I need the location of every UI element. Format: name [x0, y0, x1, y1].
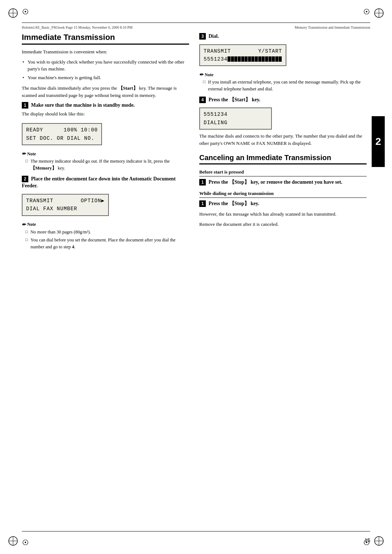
before-start-heading: Before start is pressed — [199, 168, 367, 176]
note-1-title: ✏ Note — [22, 151, 189, 157]
note-2-label: Note — [27, 222, 36, 227]
step-3-number: 3 — [199, 33, 206, 40]
page-number: 15 — [364, 537, 370, 543]
canceling-heading: Canceling an Immediate Transmission — [199, 153, 367, 164]
lcd-line-1-2: SET DOC. OR DIAL NO. — [26, 134, 98, 142]
note-3-label: Note — [205, 72, 213, 78]
body-text: The machine dials immediately after you … — [22, 85, 189, 99]
content-area: Immediate Transmission Immediate Transmi… — [22, 33, 367, 525]
note-2-items: No more than 30 pages (80g/m²). You can … — [25, 229, 189, 250]
lcd-display-1: READY 100% 10:00 SET DOC. OR DIAL NO. — [22, 123, 102, 145]
step-2-block: 2 Place the entire document face down in… — [22, 175, 189, 250]
step-2-number: 2 — [22, 176, 28, 182]
file-info: Holsten1AE_Basic_FM.book Page 15 Monday,… — [22, 25, 132, 29]
note-3-item-1: If you install an external telephone, yo… — [203, 79, 367, 93]
note-2-item-2: You can dial before you set the document… — [25, 237, 189, 250]
reg-mark-tr — [363, 8, 370, 15]
lcd-line-2-2: DIAL FAX NUMBER — [26, 205, 105, 213]
cancel-body-1: However, the fax message which has alrea… — [199, 211, 367, 218]
corner-ornament-br — [372, 534, 385, 547]
lcd-line-3-1: TRANSMIT Y/START — [204, 47, 282, 55]
right-column: 3 Dial. TRANSMIT Y/START 5551234████████… — [199, 33, 367, 254]
step-1-label: 1 Make sure that the machine is in stand… — [22, 102, 189, 109]
cancel-step-1-label: 1 Press the 【Stop】 key, or remove the do… — [199, 179, 367, 186]
chapter-number: 2 — [375, 136, 381, 147]
note-icon-3: ✏ — [199, 72, 203, 78]
step-3-label: 3 Dial. — [199, 33, 367, 40]
bottom-border — [22, 531, 370, 531]
note-1-item-1: The memory indicator should go out. If t… — [25, 158, 189, 172]
note-icon-2: ✏ — [22, 222, 26, 228]
step-3-text: Dial. — [209, 33, 219, 39]
step-1-block: 1 Make sure that the machine is in stand… — [22, 102, 189, 171]
top-border — [22, 23, 370, 23]
note-3-title: ✏ Note — [199, 72, 367, 78]
reg-mark-tl — [22, 8, 29, 15]
during-heading: While dialing or during transmission — [199, 190, 367, 198]
step-4-body: The machine dials and connects to the ot… — [199, 133, 367, 147]
cancel-step-1-block: 1 Press the 【Stop】 key, or remove the do… — [199, 179, 367, 186]
bullet-item-1: You wish to quickly check whether you ha… — [22, 58, 189, 73]
section-title: Memory Transmission and Immediate Transm… — [295, 25, 370, 29]
cancel-step-2-block: 1 Press the 【Stop】 key. — [199, 200, 367, 207]
left-column: Immediate Transmission Immediate Transmi… — [22, 33, 189, 254]
reg-mark-bl — [22, 539, 29, 546]
step-4-text: Press the 【Start】 key. — [209, 97, 261, 102]
note-icon-1: ✏ — [22, 151, 26, 157]
bullet-item-2: Your machine's memory is getting full. — [22, 74, 189, 81]
cancel-step-2-number: 1 — [199, 200, 206, 207]
step-2-label: 2 Place the entire document face down in… — [22, 175, 189, 190]
bullet-list: You wish to quickly check whether you ha… — [22, 58, 189, 81]
chapter-tab: 2 — [372, 116, 385, 167]
intro-text: Immediate Transmission is convenient whe… — [22, 48, 189, 56]
note-2-title: ✏ Note — [22, 222, 189, 228]
page-header: Holsten1AE_Basic_FM.book Page 15 Monday,… — [22, 25, 370, 30]
lcd-line-4-2: DIALING — [204, 119, 268, 127]
lcd-line-4-1: 5551234 — [204, 110, 268, 118]
cancel-step-1-number: 1 — [199, 179, 206, 186]
lcd-line-1-1: READY 100% 10:00 — [26, 126, 98, 134]
cancel-body-2: Remove the document after it is canceled… — [199, 221, 367, 228]
step-4-number: 4 — [199, 97, 206, 103]
note-2: ✏ Note No more than 30 pages (80g/m²). Y… — [22, 222, 189, 250]
step-1-number: 1 — [22, 102, 28, 109]
page: Holsten1AE_Basic_FM.book Page 15 Monday,… — [0, 0, 392, 554]
immediate-transmission-heading: Immediate Transmission — [22, 33, 189, 45]
note-1-items: The memory indicator should go out. If t… — [25, 158, 189, 172]
step-4-block: 4 Press the 【Start】 key. 5551234 DIALING… — [199, 96, 367, 147]
note-1: ✏ Note The memory indicator should go ou… — [22, 151, 189, 172]
lcd-line-3-2: 5551234████████████████ — [204, 55, 282, 63]
corner-ornament-bl — [7, 534, 20, 547]
step-4-label: 4 Press the 【Start】 key. — [199, 96, 367, 103]
cancel-step-2-label: 1 Press the 【Stop】 key. — [199, 200, 367, 207]
note-2-item-1: No more than 30 pages (80g/m²). — [25, 229, 189, 236]
lcd-display-4: 5551234 DIALING — [199, 107, 272, 130]
cancel-step-1-text: Press the 【Stop】 key, or remove the docu… — [209, 179, 343, 185]
svg-point-13 — [25, 11, 26, 12]
step-1-text: Make sure that the machine is in standby… — [31, 102, 135, 108]
lcd-line-2-1: TRANSMIT OPTION▶ — [26, 197, 105, 205]
lcd-display-3: TRANSMIT Y/START 5551234████████████████ — [199, 44, 286, 66]
corner-ornament-tr — [372, 7, 385, 20]
lcd-display-2: TRANSMIT OPTION▶ DIAL FAX NUMBER — [22, 194, 109, 216]
note-1-label: Note — [27, 151, 36, 157]
note-3-items: If you install an external telephone, yo… — [203, 79, 367, 93]
svg-point-17 — [25, 542, 26, 543]
two-column-layout: Immediate Transmission Immediate Transmi… — [22, 33, 367, 254]
note-3: ✏ Note If you install an external teleph… — [199, 72, 367, 93]
step-3-block: 3 Dial. TRANSMIT Y/START 5551234████████… — [199, 33, 367, 93]
step-2-text: Place the entire document face down into… — [22, 176, 176, 189]
display-note: The display should look like this: — [22, 110, 189, 118]
cancel-step-2-text: Press the 【Stop】 key. — [209, 201, 260, 206]
corner-ornament-tl — [7, 7, 20, 20]
svg-point-15 — [366, 11, 367, 12]
